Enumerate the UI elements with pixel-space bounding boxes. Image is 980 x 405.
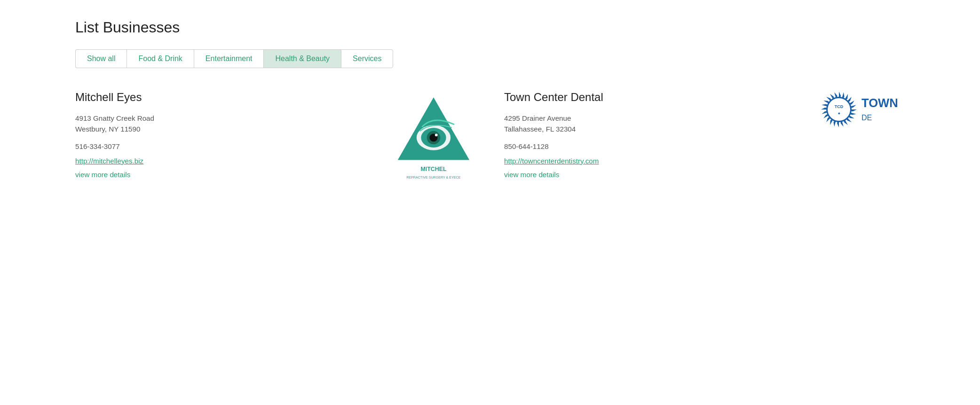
svg-text:◆: ◆	[838, 112, 840, 115]
business-phone-mitchell-eyes: 516-334-3077	[75, 142, 380, 150]
svg-text:REFRACTIVE SURGERY & EYECE: REFRACTIVE SURGERY & EYECE	[407, 176, 461, 179]
business-name-town-center-dental: Town Center Dental	[504, 91, 809, 104]
business-address-mitchell-eyes: 4913 Gnatty Creek RoadWestbury, NY 11590	[75, 113, 380, 135]
business-phone-town-center-dental: 850-644-1128	[504, 142, 809, 150]
svg-point-5	[435, 133, 438, 136]
svg-text:MITCHEL: MITCHEL	[421, 166, 447, 172]
business-info-mitchell-eyes: Mitchell Eyes 4913 Gnatty Creek RoadWest…	[75, 91, 380, 179]
business-address-town-center-dental: 4295 Drainer AvenueTallahassee, FL 32304	[504, 113, 809, 135]
business-card-mitchell-eyes: Mitchell Eyes 4913 Gnatty Creek RoadWest…	[75, 91, 476, 185]
filter-tab-health-beauty[interactable]: Health & Beauty	[263, 49, 341, 68]
business-website-mitchell-eyes[interactable]: http://mitchelleyes.biz	[75, 157, 380, 165]
business-website-town-center-dental[interactable]: http://towncenterdentistry.com	[504, 157, 809, 165]
filter-tabs: Show allFood & DrinkEntertainmentHealth …	[75, 49, 905, 68]
svg-point-33	[828, 98, 850, 121]
svg-text:TCD: TCD	[835, 104, 844, 109]
business-name-mitchell-eyes: Mitchell Eyes	[75, 91, 380, 104]
view-details-town-center-dental[interactable]: view more details	[504, 171, 559, 179]
filter-tab-entertainment[interactable]: Entertainment	[194, 49, 264, 68]
business-logo-mitchell-eyes: MITCHEL REFRACTIVE SURGERY & EYECE	[391, 91, 476, 185]
filter-tab-show-all[interactable]: Show all	[75, 49, 126, 68]
business-card-town-center-dental: Town Center Dental 4295 Drainer AvenueTa…	[504, 91, 905, 185]
page-title: List Businesses	[75, 19, 905, 36]
business-info-town-center-dental: Town Center Dental 4295 Drainer AvenueTa…	[504, 91, 809, 179]
filter-tab-services[interactable]: Services	[341, 49, 393, 68]
tcd-logo-text: TOWNDE	[861, 96, 898, 123]
view-details-mitchell-eyes[interactable]: view more details	[75, 171, 130, 179]
business-logo-town-center-dental: TCD ◆ TOWNDE	[820, 91, 905, 128]
businesses-grid: Mitchell Eyes 4913 Gnatty Creek RoadWest…	[75, 91, 905, 185]
filter-tab-food-drink[interactable]: Food & Drink	[126, 49, 193, 68]
